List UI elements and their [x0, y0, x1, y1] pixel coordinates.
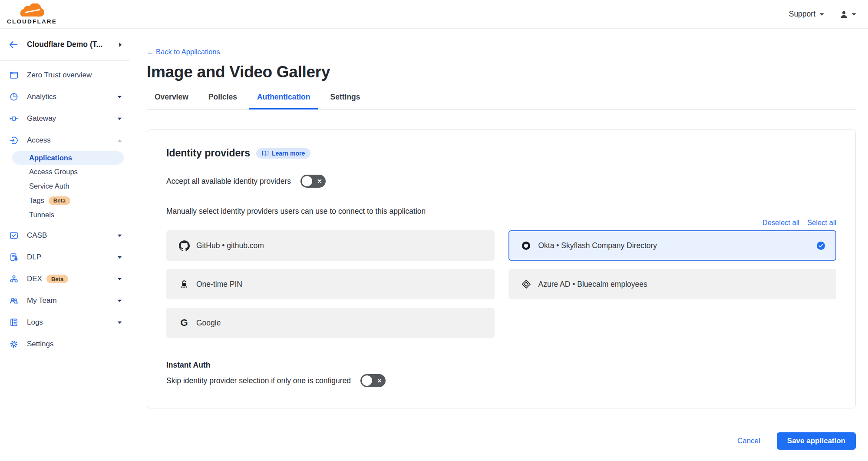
sidebar-item-dlp[interactable]: DLP — [0, 246, 130, 268]
book-icon — [262, 150, 269, 156]
page-title: Image and Video Gallery — [147, 63, 856, 81]
learn-more-badge[interactable]: Learn more — [256, 148, 310, 159]
card-title: Identity providers — [166, 147, 250, 159]
main-content: ← Back to Applications Image and Video G… — [130, 29, 868, 461]
toggle-knob — [302, 176, 312, 186]
github-icon — [178, 240, 190, 251]
topbar: CLOUDFLARE Support — [0, 0, 868, 29]
user-icon — [839, 10, 848, 19]
sidebar-item-casb[interactable]: CASB — [0, 225, 130, 246]
manual-select-label: Manually select identity providers users… — [166, 207, 836, 216]
sidebar: Cloudflare Demo (T... Zero Trust overvie… — [0, 29, 130, 461]
toggle-off-x-icon — [377, 378, 382, 383]
accept-all-label: Accept all available identity providers — [166, 177, 291, 186]
selection-links: Deselect all Select all — [166, 219, 836, 227]
select-all-link[interactable]: Select all — [807, 219, 836, 227]
provider-tile-one-time-pin[interactable]: **** One-time PIN — [166, 269, 495, 299]
overview-icon — [9, 70, 19, 80]
toggle-knob — [362, 375, 372, 386]
chevron-down-icon — [117, 299, 122, 302]
identity-providers-card: Identity providers Learn more Accept all… — [147, 129, 856, 408]
provider-tile-github[interactable]: GitHub • github.com — [166, 230, 495, 261]
toggle-off-x-icon — [317, 179, 322, 184]
tab-policies[interactable]: Policies — [201, 90, 245, 109]
instant-auth-row: Skip identity provider selection if only… — [166, 374, 836, 387]
sidebar-item-logs[interactable]: Logs — [0, 312, 130, 333]
provider-grid: GitHub • github.com Okta • Skyflash Comp… — [166, 230, 836, 338]
back-to-applications-link[interactable]: ← Back to Applications — [147, 48, 220, 56]
chevron-down-icon — [117, 278, 122, 281]
selected-check-icon — [817, 242, 825, 250]
instant-auth-heading: Instant Auth — [166, 361, 836, 370]
svg-text:****: **** — [181, 285, 188, 289]
chevron-down-icon — [117, 117, 122, 120]
sidebar-nav: Zero Trust overview Analytics — [0, 61, 130, 355]
chevron-down-icon — [117, 321, 122, 324]
sidebar-item-tags[interactable]: Tags Beta — [0, 193, 130, 208]
account-switcher[interactable]: Cloudflare Demo (T... — [0, 29, 130, 61]
sidebar-item-gateway[interactable]: Gateway — [0, 108, 130, 129]
sidebar-item-dex[interactable]: DEX Beta — [0, 268, 130, 290]
access-sub-menu: Applications Access Groups Service Auth … — [0, 151, 130, 222]
cloudflare-logo[interactable]: CLOUDFLARE — [7, 3, 57, 25]
tab-settings[interactable]: Settings — [322, 90, 368, 109]
tab-authentication[interactable]: Authentication — [249, 90, 318, 109]
accept-all-toggle[interactable] — [300, 175, 326, 188]
one-time-pin-icon: **** — [178, 279, 190, 289]
beta-badge: Beta — [46, 275, 68, 283]
beta-badge: Beta — [49, 196, 70, 205]
account-name: Cloudflare Demo (T... — [27, 40, 119, 49]
chevron-right-icon — [119, 42, 122, 47]
tab-overview[interactable]: Overview — [147, 90, 196, 109]
dlp-icon — [9, 252, 19, 262]
back-arrow-icon[interactable] — [9, 41, 18, 49]
sidebar-item-my-team[interactable]: My Team — [0, 290, 130, 312]
gateway-icon — [9, 114, 19, 123]
deselect-all-link[interactable]: Deselect all — [762, 219, 799, 227]
analytics-icon — [9, 92, 19, 102]
azure-ad-icon — [521, 279, 532, 289]
cloudflare-cloud-icon — [18, 3, 46, 18]
topbar-right: Support — [789, 10, 857, 19]
sidebar-item-service-auth[interactable]: Service Auth — [0, 179, 130, 193]
logs-icon — [9, 318, 19, 327]
cancel-button[interactable]: Cancel — [737, 437, 760, 445]
chevron-up-icon — [117, 139, 122, 142]
footer-divider — [147, 426, 856, 426]
sidebar-item-access-groups[interactable]: Access Groups — [0, 165, 130, 179]
sidebar-item-tunnels[interactable]: Tunnels — [0, 208, 130, 222]
instant-auth-label: Skip identity provider selection if only… — [166, 376, 351, 385]
instant-auth-toggle[interactable] — [360, 374, 386, 387]
provider-tile-google[interactable]: G Google — [166, 308, 495, 338]
accept-all-row: Accept all available identity providers — [166, 175, 836, 188]
dex-icon — [9, 274, 19, 284]
save-application-button[interactable]: Save application — [777, 432, 856, 450]
page: CLOUDFLARE Support — [0, 0, 868, 461]
chevron-down-icon — [117, 96, 122, 99]
provider-tile-okta[interactable]: Okta • Skyflash Company Directory — [508, 230, 837, 261]
google-icon: G — [178, 318, 190, 328]
chevron-down-icon — [117, 234, 122, 237]
sidebar-item-zero-trust-overview[interactable]: Zero Trust overview — [0, 64, 130, 86]
okta-icon — [521, 240, 532, 251]
chevron-down-icon — [851, 13, 857, 16]
casb-icon — [9, 231, 19, 240]
body: Cloudflare Demo (T... Zero Trust overvie… — [0, 29, 868, 461]
access-icon — [9, 136, 19, 145]
support-label: Support — [789, 10, 815, 19]
sidebar-item-analytics[interactable]: Analytics — [0, 86, 130, 108]
footer-actions: Cancel Save application — [147, 432, 856, 450]
my-team-icon — [9, 296, 19, 305]
provider-tile-azure-ad[interactable]: Azure AD • Bluecalm employees — [508, 269, 837, 299]
learn-more-label: Learn more — [272, 150, 305, 157]
user-menu[interactable] — [839, 10, 857, 19]
sidebar-item-applications[interactable]: Applications — [12, 151, 124, 165]
chevron-down-icon — [819, 13, 825, 16]
support-menu[interactable]: Support — [789, 10, 825, 19]
card-header: Identity providers Learn more — [166, 147, 836, 159]
sidebar-item-access[interactable]: Access — [0, 129, 130, 151]
cloudflare-wordmark: CLOUDFLARE — [7, 18, 57, 25]
chevron-down-icon — [117, 256, 122, 259]
sidebar-item-settings[interactable]: Settings — [0, 333, 130, 355]
tab-bar: Overview Policies Authentication Setting… — [147, 90, 856, 109]
